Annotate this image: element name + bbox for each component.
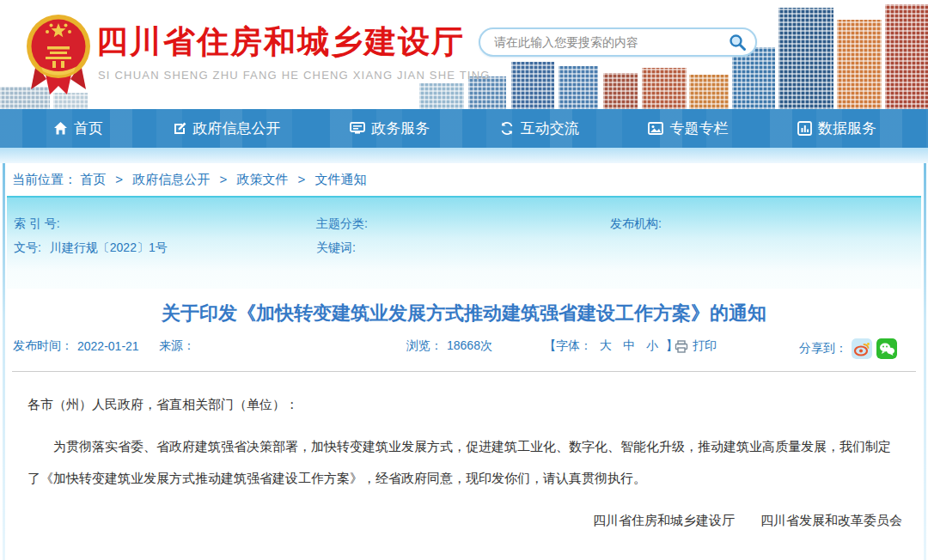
building-art — [689, 75, 729, 109]
header: 四川省住房和城乡建设厅 SI CHUAN SHENG ZHU FANG HE C… — [0, 0, 928, 109]
site-pinyin: SI CHUAN SHENG ZHU FANG HE CHENG XIANG J… — [98, 69, 491, 82]
document-meta-box: 索 引 号: 主题分类: 发布机构: 文号: 川建行规〔2022〕1号 — [7, 196, 921, 289]
page: 四川省住房和城乡建设厅 SI CHUAN SHENG ZHU FANG HE C… — [0, 0, 928, 560]
content-side-border — [924, 163, 926, 560]
article-meta-row: 发布时间： 2022-01-21 来源： 浏览： 18668次 【字体： 大 中… — [0, 338, 928, 361]
wechat-icon[interactable] — [876, 338, 897, 359]
share-control: 分享到： — [799, 338, 897, 359]
breadcrumb-separator: > — [298, 172, 306, 186]
nav-item-interaction[interactable]: 互动交流 — [499, 119, 579, 138]
docno-value: 川建行规〔2022〕1号 — [50, 240, 168, 254]
publish-date-value: 2022-01-21 — [77, 339, 139, 353]
breadcrumb: 当前位置： 首页 > 政府信息公开 > 政策文件 > 文件通知 — [0, 163, 928, 196]
article-salutation: 各市（州）人民政府，省直相关部门（单位）： — [27, 394, 901, 415]
keywords-label: 关键词: — [316, 240, 356, 254]
views-label: 浏览： — [406, 338, 443, 354]
source-field: 来源： — [159, 338, 199, 354]
interact-icon — [499, 121, 515, 136]
category-label: 主题分类: — [316, 216, 368, 230]
building-art — [642, 68, 687, 109]
content-side-border — [3, 163, 5, 560]
building-art — [511, 62, 554, 109]
search-box — [479, 27, 757, 57]
keywords-field: 关键词: — [316, 235, 361, 259]
search-input[interactable] — [494, 35, 728, 49]
docno-label: 文号: — [14, 240, 41, 254]
search-button[interactable] — [728, 33, 747, 52]
docno-field: 文号: 川建行规〔2022〕1号 — [14, 235, 168, 259]
nav-item-services[interactable]: 政务服务 — [350, 119, 430, 138]
building-art — [778, 8, 833, 109]
nav-item-data-services[interactable]: 数据服务 — [797, 119, 876, 138]
main-nav: 首页 政府信息公开 政务服务 互动交流 — [0, 109, 928, 148]
article-body: 各市（州）人民政府，省直相关部门（单位）： 为贯彻落实省委、省政府建筑强省决策部… — [0, 372, 928, 494]
breadcrumb-label: 当前位置： — [12, 172, 76, 186]
index-label: 索 引 号: — [14, 216, 60, 230]
breadcrumb-item-policy-docs[interactable]: 政策文件 — [236, 172, 288, 186]
nav-item-special-topics[interactable]: 专题专栏 — [648, 119, 728, 138]
search-icon — [728, 33, 747, 52]
breadcrumb-item-gov-info[interactable]: 政府信息公开 — [132, 172, 210, 186]
font-size-large[interactable]: 大 — [600, 338, 612, 354]
printer-icon — [675, 340, 688, 353]
agency-label: 发布机构: — [610, 216, 662, 230]
meta-row: 文号: 川建行规〔2022〕1号 关键词: — [7, 235, 921, 259]
article-signature: 四川省住房和城乡建设厅 四川省发展和改革委员会 — [0, 513, 928, 529]
index-field: 索 引 号: — [14, 211, 65, 235]
nav-item-home[interactable]: 首页 — [53, 119, 103, 138]
nav-item-gov-info[interactable]: 政府信息公开 — [173, 119, 281, 138]
publish-date-field: 发布时间： 2022-01-21 — [13, 338, 139, 354]
nav-item-label: 首页 — [74, 119, 103, 138]
edit-icon — [173, 121, 187, 136]
banner-sky-strip — [0, 148, 928, 163]
font-size-small[interactable]: 小 — [646, 338, 658, 354]
publish-date-label: 发布时间： — [13, 338, 73, 354]
views-field: 浏览： 18668次 — [406, 338, 492, 354]
weibo-icon[interactable] — [852, 338, 872, 359]
home-icon — [53, 121, 68, 136]
article-title: 关于印发《加快转变建筑业发展方式推动建筑强省建设工作方案》的通知 — [0, 301, 928, 326]
album-icon — [648, 121, 663, 136]
font-size-control: 【字体： 大 中 小 】 — [544, 338, 678, 354]
breadcrumb-item-home[interactable]: 首页 — [80, 172, 106, 186]
site-title: 四川省住房和城乡建设厅 — [96, 21, 465, 64]
content-area: 当前位置： 首页 > 政府信息公开 > 政策文件 > 文件通知 索 引 号: 主… — [0, 163, 928, 560]
breadcrumb-separator: > — [219, 172, 227, 186]
category-field: 主题分类: — [316, 211, 373, 235]
monitor-icon — [350, 121, 365, 136]
article-paragraph: 为贯彻落实省委、省政府建筑强省决策部署，加快转变建筑业发展方式，促进建筑工业化、… — [27, 430, 901, 494]
building-art — [603, 73, 638, 109]
nav-item-label: 专题专栏 — [669, 119, 728, 138]
meta-row: 索 引 号: 主题分类: 发布机构: — [7, 211, 921, 235]
building-art — [885, 4, 928, 109]
print-button[interactable]: 打印 — [675, 338, 717, 354]
nav-item-label: 政务服务 — [371, 119, 430, 138]
font-control-open: 【字体： — [544, 338, 592, 354]
building-art — [559, 66, 598, 109]
views-value: 18668次 — [447, 338, 492, 354]
share-label: 分享到： — [799, 341, 847, 356]
building-art — [837, 20, 882, 109]
chart-icon — [797, 121, 812, 136]
font-size-medium[interactable]: 中 — [623, 338, 635, 354]
building-art — [419, 83, 464, 109]
nav-item-label: 政府信息公开 — [193, 119, 281, 138]
nav-item-label: 互动交流 — [521, 119, 579, 138]
nav-item-label: 数据服务 — [818, 119, 876, 138]
print-label: 打印 — [693, 338, 717, 354]
breadcrumb-item-notices: 文件通知 — [315, 172, 367, 186]
breadcrumb-separator: > — [115, 172, 123, 186]
national-emblem-logo — [24, 10, 93, 96]
agency-field: 发布机构: — [610, 211, 667, 235]
source-label: 来源： — [159, 338, 195, 354]
